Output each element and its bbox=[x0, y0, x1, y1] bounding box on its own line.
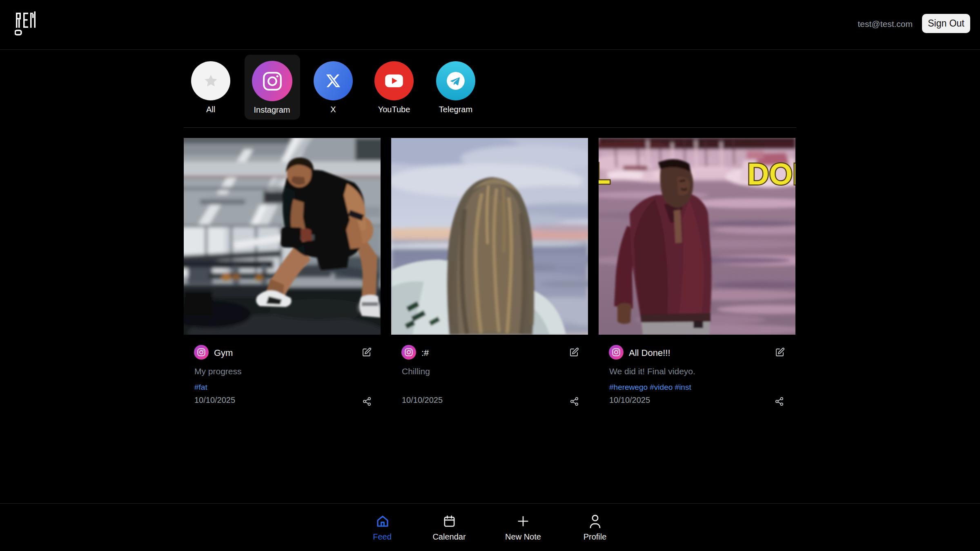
svg-text:L: L bbox=[599, 156, 610, 190]
svg-text:DOI: DOI bbox=[747, 157, 795, 191]
